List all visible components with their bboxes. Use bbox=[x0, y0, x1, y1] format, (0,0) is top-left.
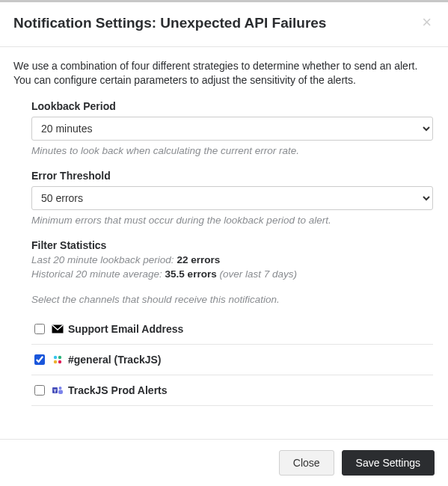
threshold-select[interactable]: 50 errors bbox=[31, 186, 433, 210]
channel-label: #general (TrackJS) bbox=[68, 354, 162, 366]
svg-point-6 bbox=[59, 387, 62, 390]
modal-header: Notification Settings: Unexpected API Fa… bbox=[0, 2, 448, 47]
save-settings-button[interactable]: Save Settings bbox=[342, 450, 435, 476]
stats-recent: Last 20 minute lookback period: 22 error… bbox=[31, 253, 433, 268]
stats-heading: Filter Statistics bbox=[31, 239, 433, 251]
modal-body: We use a combination of four different s… bbox=[0, 47, 448, 439]
channel-row: Support Email Address bbox=[31, 314, 433, 345]
close-icon[interactable]: × bbox=[419, 14, 435, 31]
lookback-select[interactable]: 20 minutes bbox=[31, 117, 433, 141]
stats-avg-suffix: (over last 7 days) bbox=[217, 268, 297, 280]
channel-checkbox-slack[interactable] bbox=[34, 354, 45, 365]
svg-text:T: T bbox=[54, 389, 57, 393]
notification-settings-modal: Notification Settings: Unexpected API Fa… bbox=[0, 0, 448, 486]
channel-row: T TrackJS Prod Alerts bbox=[31, 375, 433, 406]
stats-avg-prefix: Historical 20 minute average: bbox=[31, 268, 165, 280]
channel-row: #general (TrackJS) bbox=[31, 345, 433, 375]
svg-point-3 bbox=[54, 360, 57, 363]
stats-average: Historical 20 minute average: 35.5 error… bbox=[31, 267, 433, 282]
filter-statistics: Filter Statistics Last 20 minute lookbac… bbox=[31, 239, 433, 282]
email-icon bbox=[52, 323, 64, 335]
lookback-group: Lookback Period 20 minutes Minutes to lo… bbox=[31, 100, 433, 156]
close-button[interactable]: Close bbox=[279, 450, 334, 476]
channel-label: Support Email Address bbox=[68, 323, 183, 335]
stats-recent-prefix: Last 20 minute lookback period: bbox=[31, 254, 177, 265]
threshold-group: Error Threshold 50 errors Minimum errors… bbox=[31, 170, 433, 226]
svg-point-4 bbox=[58, 360, 61, 363]
lookback-help: Minutes to look back when calculating th… bbox=[31, 145, 433, 156]
intro-text: We use a combination of four different s… bbox=[13, 59, 435, 88]
svg-point-2 bbox=[58, 356, 61, 359]
channel-checkbox-teams[interactable] bbox=[34, 385, 45, 396]
threshold-label: Error Threshold bbox=[31, 170, 433, 182]
channels-hint: Select the channels that should receive … bbox=[31, 294, 433, 305]
modal-title: Notification Settings: Unexpected API Fa… bbox=[13, 14, 326, 33]
stats-recent-value: 22 errors bbox=[177, 254, 220, 265]
slack-icon bbox=[52, 354, 64, 366]
channel-label: TrackJS Prod Alerts bbox=[68, 384, 168, 396]
channel-checkbox-email[interactable] bbox=[34, 324, 45, 334]
lookback-label: Lookback Period bbox=[31, 100, 433, 112]
svg-rect-7 bbox=[58, 390, 63, 395]
modal-footer: Close Save Settings bbox=[0, 439, 448, 486]
form-area: Lookback Period 20 minutes Minutes to lo… bbox=[13, 100, 435, 406]
stats-avg-value: 35.5 errors bbox=[165, 268, 217, 280]
teams-icon: T bbox=[52, 384, 64, 396]
threshold-help: Minimum errors that must occur during th… bbox=[31, 215, 433, 226]
svg-point-1 bbox=[54, 356, 57, 359]
